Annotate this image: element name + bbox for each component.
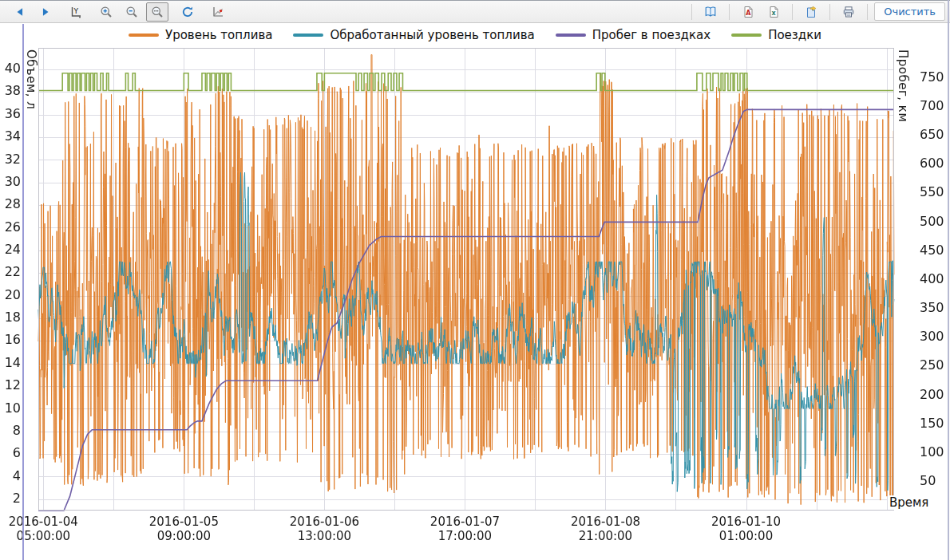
toolbar-separator — [691, 4, 692, 20]
export-button[interactable] — [800, 2, 822, 22]
toolbar: Y AxОчистить — [0, 0, 950, 23]
legend-label: Поездки — [768, 28, 821, 42]
toolbar-group: Y — [65, 2, 87, 22]
time-axis-label: Время — [888, 495, 930, 510]
forward-button[interactable] — [34, 2, 57, 22]
toolbar-group — [176, 2, 199, 22]
refresh-icon — [181, 6, 194, 18]
export-excel-icon: x — [767, 6, 780, 18]
export-pdf-icon: A — [742, 6, 754, 18]
svg-text:A: A — [746, 10, 751, 17]
crosshair-line — [22, 24, 24, 560]
toolbar-separator — [867, 4, 868, 20]
toolbar-separator — [829, 4, 830, 20]
toolbar-right-buttons: AxОчистить — [688, 1, 945, 22]
svg-text:Y: Y — [73, 7, 79, 15]
legend-swatch-trips — [731, 34, 762, 37]
zoom-out-icon — [125, 6, 138, 18]
legend-label: Уровень топлива — [165, 28, 272, 42]
left-axis-title: Объем, л — [24, 49, 38, 109]
y-axis-scale-icon: Y — [69, 6, 82, 18]
legend-item-odometer[interactable]: Пробег в поездках — [556, 28, 711, 42]
toolbar-separator — [792, 4, 793, 20]
toolbar-left-buttons: Y — [5, 1, 233, 22]
book-button[interactable] — [699, 2, 722, 22]
toolbar-group — [207, 2, 229, 22]
widget-right-border — [948, 0, 949, 560]
legend-item-trips[interactable]: Поездки — [731, 28, 821, 42]
legend-swatch-fuel_processed — [293, 34, 323, 37]
toolbar-group — [800, 2, 822, 22]
legend-item-fuel_processed[interactable]: Обработанный уровень топлива — [293, 28, 534, 42]
zoom-selection-icon — [151, 6, 164, 18]
refresh-button[interactable] — [176, 2, 199, 22]
legend-label: Обработанный уровень топлива — [330, 28, 534, 42]
toolbar-group — [95, 2, 168, 22]
forward-arrow-icon — [40, 6, 51, 18]
curve-editor-button[interactable] — [207, 2, 229, 22]
pdf-button[interactable]: A — [737, 2, 759, 22]
zoom-out-button[interactable] — [121, 2, 143, 22]
zoom-in-button[interactable] — [95, 2, 117, 22]
svg-text:x: x — [772, 10, 777, 17]
chart-legend: Уровень топливаОбработанный уровень топл… — [0, 26, 950, 44]
toolbar-group: Ax — [737, 2, 785, 22]
toolbar-group — [9, 2, 57, 22]
curve-editor-icon — [212, 6, 224, 18]
excel-button[interactable]: x — [762, 2, 785, 22]
report-book-icon — [703, 6, 718, 18]
y-scale-button[interactable]: Y — [65, 2, 87, 22]
zoom-in-icon — [100, 6, 113, 18]
legend-item-fuel_raw[interactable]: Уровень топлива — [129, 28, 272, 42]
chart-plot-canvas[interactable] — [0, 45, 950, 560]
toolbar-separator — [729, 4, 730, 20]
toolbar-group — [837, 2, 860, 22]
back-arrow-icon — [14, 6, 26, 18]
back-button[interactable] — [9, 2, 31, 22]
right-axis-title: Пробег, км — [896, 49, 910, 122]
legend-swatch-odometer — [556, 34, 586, 37]
toolbar-group — [699, 2, 722, 22]
legend-label: Пробег в поездках — [592, 28, 711, 42]
print-icon — [841, 6, 856, 18]
clear-button[interactable]: Очистить — [874, 2, 945, 21]
legend-swatch-fuel_raw — [129, 34, 159, 37]
print-button[interactable] — [837, 2, 860, 22]
zoom-select-button[interactable] — [146, 2, 168, 22]
export-file-icon — [805, 6, 818, 18]
